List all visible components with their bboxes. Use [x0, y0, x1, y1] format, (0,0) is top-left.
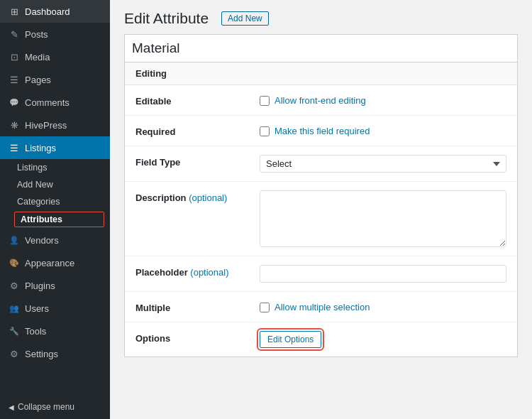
required-label: Required — [135, 124, 260, 137]
listings-submenu: Listings Add New Categories Attributes — [0, 159, 110, 229]
sidebar-item-dashboard[interactable]: Dashboard — [0, 0, 110, 23]
placeholder-label: Placeholder (optional) — [135, 265, 260, 278]
listings-icon — [9, 142, 20, 153]
sidebar: Dashboard Posts Media Pages Comments Hiv… — [0, 0, 110, 419]
sidebar-item-listings-label: Listings — [25, 143, 56, 153]
sidebar-item-users[interactable]: Users — [0, 297, 110, 320]
description-optional-label: (optional) — [189, 192, 227, 203]
placeholder-input[interactable] — [260, 265, 506, 283]
collapse-icon — [9, 402, 14, 412]
multiple-checkbox-wrap: Allow multiple selection — [260, 300, 370, 312]
plugins-icon — [9, 280, 20, 291]
required-row: Required Make this field required — [125, 116, 517, 146]
media-icon — [9, 51, 20, 62]
editable-label: Editable — [135, 94, 260, 107]
attribute-name-input[interactable] — [125, 35, 517, 62]
sidebar-item-dashboard-label: Dashboard — [25, 6, 70, 17]
sidebar-item-posts-label: Posts — [25, 29, 48, 40]
tools-icon — [9, 325, 20, 337]
form-area: Editing Editable Allow front-end editing… — [124, 62, 518, 357]
editable-checkbox-wrap: Allow front-end editing — [260, 94, 366, 106]
page-header: Edit Attribute Add New — [110, 0, 532, 34]
editing-section-header: Editing — [125, 62, 517, 85]
placeholder-row: Placeholder (optional) — [125, 256, 517, 292]
options-label: Options — [135, 331, 260, 344]
settings-icon — [9, 348, 20, 359]
appearance-icon — [9, 257, 20, 268]
description-textarea[interactable] — [260, 190, 506, 247]
sidebar-item-tools-label: Tools — [25, 326, 46, 337]
required-field: Make this field required — [260, 124, 506, 136]
field-type-field: Select Text Textarea Number Date Email U… — [260, 155, 506, 173]
description-label: Description (optional) — [135, 190, 260, 203]
sidebar-item-appearance[interactable]: Appearance — [0, 251, 110, 274]
collapse-label: Collapse menu — [18, 402, 74, 412]
sidebar-item-hivepress[interactable]: HivePress — [0, 114, 110, 136]
editable-checkbox[interactable] — [260, 96, 270, 106]
options-row: Options Edit Options — [125, 322, 517, 357]
page-title: Edit Attribute — [124, 10, 209, 27]
add-new-button[interactable]: Add New — [221, 11, 269, 26]
multiple-checkbox[interactable] — [260, 303, 270, 312]
sidebar-sub-attributes[interactable]: Attributes — [14, 212, 104, 227]
sidebar-item-pages-label: Pages — [25, 75, 51, 85]
hivepress-icon — [9, 119, 20, 131]
field-type-label: Field Type — [135, 155, 260, 168]
sidebar-sub-categories[interactable]: Categories — [0, 193, 110, 210]
main-content: Edit Attribute Add New Editing Editable … — [110, 0, 532, 419]
sidebar-item-tools[interactable]: Tools — [0, 320, 110, 342]
collapse-menu[interactable]: Collapse menu — [0, 395, 110, 419]
sidebar-item-posts[interactable]: Posts — [0, 23, 110, 45]
editable-checkbox-label[interactable]: Allow front-end editing — [275, 95, 366, 106]
sidebar-item-comments-label: Comments — [25, 97, 70, 108]
required-checkbox-label[interactable]: Make this field required — [275, 126, 370, 136]
sidebar-sub-add-new[interactable]: Add New — [0, 176, 110, 193]
multiple-row: Multiple Allow multiple selection — [125, 292, 517, 322]
sidebar-sub-listings[interactable]: Listings — [0, 159, 110, 176]
vendors-icon — [9, 234, 20, 246]
sidebar-item-vendors-label: Vendors — [25, 235, 59, 246]
sidebar-item-vendors[interactable]: Vendors — [0, 229, 110, 251]
multiple-field: Allow multiple selection — [260, 300, 506, 312]
sidebar-item-pages[interactable]: Pages — [0, 68, 110, 91]
sidebar-item-comments[interactable]: Comments — [0, 91, 110, 114]
sidebar-item-media-label: Media — [25, 52, 50, 62]
sidebar-item-settings-label: Settings — [25, 349, 58, 359]
dashboard-icon — [9, 6, 20, 17]
required-checkbox-wrap: Make this field required — [260, 124, 370, 136]
users-icon — [9, 303, 20, 314]
field-type-select[interactable]: Select Text Textarea Number Date Email U… — [260, 155, 506, 173]
editable-row: Editable Allow front-end editing — [125, 85, 517, 116]
description-row: Description (optional) — [125, 182, 517, 256]
options-field: Edit Options — [260, 331, 506, 348]
sidebar-item-hivepress-label: HivePress — [25, 120, 67, 131]
sidebar-item-plugins-label: Plugins — [25, 281, 55, 291]
sidebar-item-users-label: Users — [25, 303, 49, 314]
pages-icon — [9, 74, 20, 85]
multiple-label: Multiple — [135, 300, 260, 313]
sidebar-item-media[interactable]: Media — [0, 45, 110, 68]
placeholder-optional-label: (optional) — [190, 267, 228, 278]
editable-field: Allow front-end editing — [260, 94, 506, 106]
sidebar-item-settings[interactable]: Settings — [0, 342, 110, 365]
description-field — [260, 190, 506, 247]
sidebar-item-appearance-label: Appearance — [25, 258, 74, 268]
placeholder-field — [260, 265, 506, 283]
required-checkbox[interactable] — [260, 126, 270, 136]
posts-icon — [9, 28, 20, 40]
sidebar-item-listings[interactable]: Listings — [0, 136, 110, 159]
sidebar-item-plugins[interactable]: Plugins — [0, 274, 110, 297]
multiple-checkbox-label[interactable]: Allow multiple selection — [275, 302, 370, 312]
field-type-row: Field Type Select Text Textarea Number D… — [125, 146, 517, 182]
attribute-name-wrap — [124, 34, 518, 62]
edit-options-button[interactable]: Edit Options — [260, 331, 321, 348]
comments-icon — [9, 97, 20, 108]
